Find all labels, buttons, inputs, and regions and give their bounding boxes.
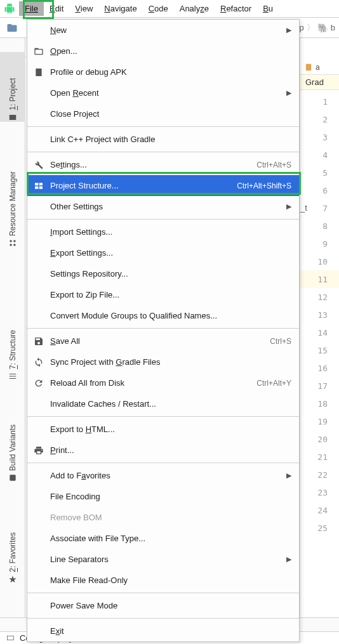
menu-item-project-structure[interactable]: Project Structure...Ctrl+Alt+Shift+S <box>27 175 299 196</box>
sidebar-tab-structure[interactable]: 7: Structure <box>0 305 25 381</box>
editor-tab[interactable]: a <box>304 63 320 72</box>
line-number: 19 <box>300 412 339 430</box>
line-number: 11 <box>300 270 339 288</box>
menu-item-sync-gradle[interactable]: Sync Project with Gradle Files <box>27 352 299 372</box>
menu-navigate[interactable]: Navigate <box>98 1 142 16</box>
line-number: 17 <box>300 377 339 395</box>
submenu-arrow-icon: ▶ <box>286 555 291 563</box>
submenu-arrow-icon: ▶ <box>286 471 291 480</box>
svg-point-4 <box>13 244 16 246</box>
sidebar-tab-build-variants[interactable]: Build Variants <box>0 406 25 482</box>
svg-rect-0 <box>10 115 17 120</box>
sidebar-tab-project[interactable]: 1: Project <box>0 52 25 122</box>
line-number: 23 <box>300 483 339 501</box>
line-number: 10 <box>300 253 339 270</box>
line-number: 15 <box>300 341 339 359</box>
sidebar-tab-favorites[interactable]: 2: Favorites <box>0 508 25 584</box>
menu-item-open[interactable]: Open... <box>27 41 299 62</box>
svg-rect-5 <box>10 475 15 480</box>
menu-item-settings-repository[interactable]: Settings Repository... <box>27 263 299 284</box>
line-number: 4 <box>300 146 339 164</box>
menu-item-exit[interactable]: Exit <box>27 621 299 641</box>
menu-item-export-zip[interactable]: Export to Zip File... <box>27 284 299 305</box>
breadcrumb-segment[interactable]: p <box>300 23 304 32</box>
menu-view[interactable]: View <box>69 1 98 16</box>
menu-item-export-html[interactable]: Export to HTML... <box>27 419 299 440</box>
svg-rect-6 <box>36 69 41 76</box>
menu-item-import-settings[interactable]: Import Settings... <box>27 221 299 242</box>
print-icon <box>34 445 44 456</box>
file-icon <box>304 63 313 72</box>
line-number: 3 <box>300 128 339 146</box>
submenu-arrow-icon: ▶ <box>286 89 291 97</box>
svg-point-3 <box>10 244 12 246</box>
svg-rect-7 <box>306 64 311 71</box>
line-number: 20 <box>300 430 339 448</box>
menu-item-make-readonly[interactable]: Make File Read-Only <box>27 570 299 591</box>
resource-icon <box>8 239 17 247</box>
menu-separator <box>27 152 299 152</box>
line-number: 14 <box>300 324 339 341</box>
apk-icon <box>34 67 44 77</box>
svg-rect-9 <box>8 636 14 640</box>
project-icon <box>8 113 17 122</box>
menu-code[interactable]: Code <box>143 1 174 16</box>
editor-right-gutter: a Grad 123456789101112131415161718192021… <box>300 38 339 617</box>
structure-icon <box>8 372 17 381</box>
line-number: 9 <box>300 235 339 253</box>
line-number: 22 <box>300 466 339 483</box>
menu-item-invalidate-caches[interactable]: Invalidate Caches / Restart... <box>27 393 299 414</box>
menu-item-close-project[interactable]: Close Project <box>27 103 299 124</box>
menu-item-power-save[interactable]: Power Save Mode <box>27 595 299 616</box>
line-number: 12 <box>300 288 339 306</box>
menu-item-add-favorites[interactable]: Add to Favorites▶ <box>27 465 299 486</box>
project-folder-icon[interactable] <box>6 22 18 34</box>
menu-refactor[interactable]: Refactor <box>215 1 257 16</box>
menu-item-associate-filetype[interactable]: Associate with File Type... <box>27 528 299 549</box>
gradle-banner[interactable]: Grad <box>300 75 339 90</box>
menu-item-open-recent[interactable]: Open Recent▶ <box>27 82 299 103</box>
menu-file[interactable]: File <box>19 1 44 16</box>
editor-text-fragment: _t <box>300 203 307 213</box>
menu-item-other-settings[interactable]: Other Settings▶ <box>27 196 299 217</box>
menu-separator <box>27 593 299 593</box>
menu-separator <box>27 126 299 127</box>
line-number: 2 <box>300 110 339 128</box>
menu-item-link-cpp[interactable]: Link C++ Project with Gradle <box>27 129 299 150</box>
menu-item-settings[interactable]: Settings...Ctrl+Alt+S <box>27 154 299 175</box>
menu-build[interactable]: Bu <box>257 1 279 16</box>
build-icon <box>8 473 17 482</box>
menu-item-profile-apk[interactable]: Profile or debug APK <box>27 62 299 82</box>
menu-separator <box>27 416 299 417</box>
menu-separator <box>27 328 299 329</box>
sidebar-tab-resource-manager[interactable]: Resource Manager <box>0 146 25 247</box>
line-number: 1 <box>300 93 339 110</box>
menu-item-print[interactable]: Print... <box>27 440 299 461</box>
open-folder-icon <box>34 46 44 56</box>
menu-analyze[interactable]: Analyze <box>174 1 215 16</box>
menu-item-save-all[interactable]: Save AllCtrl+S <box>27 331 299 352</box>
menu-separator <box>27 463 299 463</box>
line-number: 25 <box>300 519 339 537</box>
gradle-icon: 🐘 <box>317 23 328 33</box>
menu-item-remove-bom: Remove BOM <box>27 507 299 528</box>
line-number: 6 <box>300 181 339 199</box>
menu-item-export-settings[interactable]: Export Settings... <box>27 242 299 263</box>
menu-item-line-separators[interactable]: Line Separators▶ <box>27 549 299 570</box>
breadcrumb-segment[interactable]: b <box>331 23 335 32</box>
menu-separator <box>27 219 299 220</box>
android-logo-icon <box>4 3 15 15</box>
menu-item-new[interactable]: New▶ <box>27 20 299 41</box>
reload-icon <box>34 378 44 388</box>
status-rect-icon <box>6 634 15 642</box>
save-icon <box>34 336 44 346</box>
menu-edit[interactable]: Edit <box>44 1 69 16</box>
line-number: 18 <box>300 395 339 412</box>
wrench-icon <box>34 160 44 170</box>
menubar: File Edit View Navigate Code Analyze Ref… <box>0 0 339 18</box>
line-number: 13 <box>300 306 339 324</box>
menu-item-convert-module[interactable]: Convert Module Groups to Qualified Names… <box>27 305 299 326</box>
line-number: 8 <box>300 217 339 235</box>
menu-item-reload-disk[interactable]: Reload All from DiskCtrl+Alt+Y <box>27 372 299 393</box>
menu-item-file-encoding[interactable]: File Encoding <box>27 486 299 507</box>
